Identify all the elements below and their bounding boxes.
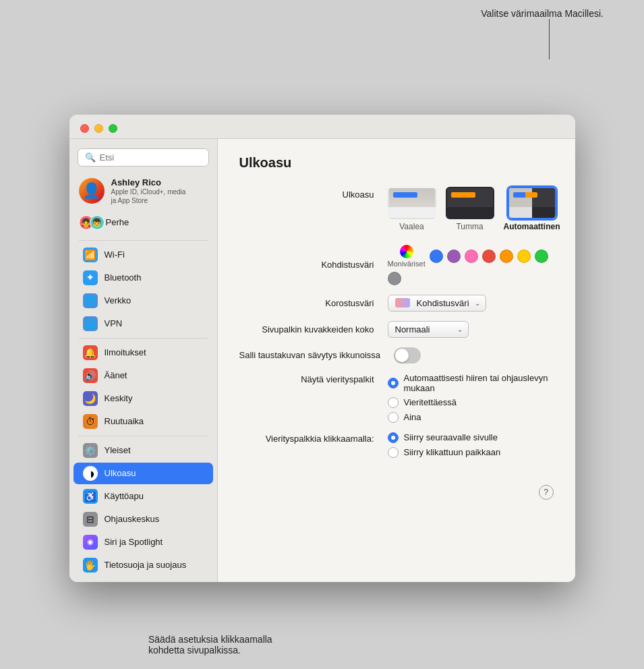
panel-title: Ulkoasu bbox=[239, 155, 554, 171]
sidebar-item-network[interactable]: 🌐 Verkko bbox=[74, 290, 213, 312]
accent-dot-blue[interactable] bbox=[430, 250, 443, 263]
bluetooth-icon: ✦ bbox=[83, 270, 98, 285]
family-label: Perhe bbox=[106, 217, 129, 227]
click-section: Vierityspalkkia klikkaamalla: Siirry seu… bbox=[239, 432, 554, 458]
search-box[interactable]: 🔍 bbox=[78, 148, 209, 167]
screentime-icon: ⏱ bbox=[83, 414, 98, 429]
sidebar-item-privacy[interactable]: 🖐 Tietosuoja ja suojaus bbox=[74, 554, 213, 576]
accent-dot-red[interactable] bbox=[482, 250, 496, 263]
sidebar-item-family[interactable]: 👧 👦 Perhe bbox=[69, 212, 217, 233]
focus-icon: 🌙 bbox=[83, 391, 98, 406]
radio-scrolling bbox=[388, 397, 399, 408]
wallpaper-tinting-label: Salli taustakuvan sävytys ikkunoissa bbox=[239, 350, 381, 360]
main-window: 🔍 👤 Ashley Rico Apple ID, iCloud+, media… bbox=[69, 115, 575, 582]
search-icon: 🔍 bbox=[85, 152, 96, 163]
accent-dot-green[interactable] bbox=[535, 250, 548, 263]
click-option-next[interactable]: Siirry seuraavalle sivulle bbox=[388, 432, 554, 443]
appearance-row: Ulkoasu Vaalea Tumma Automaa bbox=[239, 187, 554, 231]
sidebar-icon-size-dropdown[interactable]: Normaali ⌄ bbox=[388, 321, 469, 338]
sidebar-icon-size-label: Sivupalkin kuvakkeiden koko bbox=[239, 324, 374, 334]
appearance-option-light[interactable]: Vaalea bbox=[388, 187, 436, 231]
accent-dot-purple[interactable] bbox=[447, 250, 461, 263]
sidebar-item-control[interactable]: ⊟ Ohjauskeskus bbox=[74, 508, 213, 530]
accent-dot-graphite[interactable] bbox=[388, 272, 401, 285]
sidebar-item-appearance[interactable]: ◑ Ulkoasu bbox=[74, 463, 213, 484]
scrollbars-option-always[interactable]: Aina bbox=[388, 412, 554, 423]
user-sub: Apple ID, iCloud+, media ja App Store bbox=[111, 187, 186, 205]
click-option-spot[interactable]: Siirry klikattuun paikkaan bbox=[388, 447, 554, 458]
dropdown-arrow-icon: ⌄ bbox=[475, 299, 480, 307]
sidebar-item-general[interactable]: ⚙️ Yleiset bbox=[74, 440, 213, 461]
sidebar-item-accessibility[interactable]: ♿ Käyttöapu bbox=[74, 486, 213, 507]
appearance-thumb-light bbox=[388, 187, 436, 219]
wifi-icon: 📶 bbox=[83, 248, 98, 262]
radio-auto bbox=[388, 378, 399, 388]
scrollbars-section: Näytä vierityspalkit Automaattisesti hii… bbox=[239, 373, 554, 423]
annotation-bottom: Säädä asetuksia klikkaamalla kohdetta si… bbox=[148, 634, 272, 656]
click-radio-group: Siirry seuraavalle sivulle Siirry klikat… bbox=[388, 432, 554, 458]
accent-label: Kohdistusväri bbox=[239, 260, 374, 270]
control-icon: ⊟ bbox=[83, 512, 98, 527]
accent-color-row: Kohdistusväri Moniväriset bbox=[239, 245, 554, 285]
radio-always bbox=[388, 412, 399, 423]
annotation-top: Valitse värimaailma Macillesi. bbox=[481, 8, 604, 19]
accent-dot-orange[interactable] bbox=[500, 250, 513, 263]
sidebar-item-focus[interactable]: 🌙 Keskity bbox=[74, 388, 213, 409]
radio-next bbox=[388, 432, 399, 443]
radio-spot bbox=[388, 447, 399, 458]
scrollbars-label: Näytä vierityspalkit bbox=[239, 373, 374, 384]
sidebar-icon-size-row: Sivupalkin kuvakkeiden koko Normaali ⌄ bbox=[239, 321, 554, 338]
user-section[interactable]: 👤 Ashley Rico Apple ID, iCloud+, media j… bbox=[69, 173, 217, 209]
scrollbars-option-scrolling[interactable]: Vieritettäessä bbox=[388, 397, 554, 408]
avatar: 👤 bbox=[79, 178, 105, 204]
click-label: Vierityspalkkia klikkaamalla: bbox=[239, 432, 374, 444]
user-name: Ashley Rico bbox=[111, 177, 186, 187]
sidebar-item-sound[interactable]: 🔊 Äänet bbox=[74, 365, 213, 386]
search-input[interactable] bbox=[100, 152, 202, 163]
appearance-thumb-dark bbox=[446, 187, 494, 219]
sound-icon: 🔊 bbox=[83, 368, 98, 383]
network-icon: 🌐 bbox=[83, 293, 98, 308]
divider-1 bbox=[79, 240, 208, 241]
highlight-label: Korostusväri bbox=[239, 298, 374, 308]
divider-2 bbox=[79, 338, 208, 339]
appearance-option-auto[interactable]: Automaattinen bbox=[504, 187, 560, 231]
accent-dot-multicolor[interactable] bbox=[400, 245, 413, 258]
titlebar bbox=[69, 115, 575, 139]
sidebar: 🔍 👤 Ashley Rico Apple ID, iCloud+, media… bbox=[69, 139, 218, 582]
help-button[interactable]: ? bbox=[539, 485, 554, 500]
dropdown-arrow-size-icon: ⌄ bbox=[457, 326, 463, 333]
general-icon: ⚙️ bbox=[83, 443, 98, 458]
family-avatar-2: 👦 bbox=[90, 215, 105, 230]
appearance-label-dark: Tumma bbox=[456, 222, 483, 231]
highlight-color-preview bbox=[395, 298, 410, 308]
privacy-icon: 🖐 bbox=[83, 558, 98, 573]
highlight-color-row: Korostusväri Kohdistusväri ⌄ bbox=[239, 295, 554, 312]
main-panel: Ulkoasu Ulkoasu Vaalea Tumma bbox=[218, 139, 575, 582]
maximize-button[interactable] bbox=[109, 124, 117, 133]
highlight-dropdown[interactable]: Kohdistusväri ⌄ bbox=[388, 295, 486, 312]
appearance-label-auto: Automaattinen bbox=[504, 222, 560, 231]
appearance-icon: ◑ bbox=[83, 466, 98, 481]
scrollbars-option-auto[interactable]: Automaattisesti hiiren tai ohjauslevyn m… bbox=[388, 373, 554, 393]
appearance-option-dark[interactable]: Tumma bbox=[446, 187, 494, 231]
close-button[interactable] bbox=[80, 124, 89, 133]
accent-dot-yellow[interactable] bbox=[517, 250, 531, 263]
sidebar-item-wifi[interactable]: 📶 Wi-Fi bbox=[74, 244, 213, 266]
sidebar-item-siri[interactable]: ◉ Siri ja Spotlight bbox=[74, 531, 213, 553]
sidebar-item-screentime[interactable]: ⏱ Ruutuaika bbox=[74, 411, 213, 432]
vpn-icon: 🌐 bbox=[83, 316, 98, 331]
sidebar-item-notifications[interactable]: 🔔 Ilmoitukset bbox=[74, 342, 213, 363]
wallpaper-tinting-toggle[interactable] bbox=[394, 347, 421, 363]
sidebar-item-vpn[interactable]: 🌐 VPN bbox=[74, 313, 213, 334]
appearance-label-light: Vaalea bbox=[399, 222, 423, 231]
accent-dot-pink[interactable] bbox=[465, 250, 478, 263]
multicolor-label: Moniväriset bbox=[388, 260, 426, 268]
appearance-thumb-auto bbox=[508, 187, 556, 219]
sidebar-item-bluetooth[interactable]: ✦ Bluetooth bbox=[74, 267, 213, 289]
scrollbars-radio-group: Automaattisesti hiiren tai ohjauslevyn m… bbox=[388, 373, 554, 423]
minimize-button[interactable] bbox=[94, 124, 103, 133]
appearance-options: Vaalea Tumma Automaattinen bbox=[388, 187, 560, 231]
divider-3 bbox=[79, 436, 208, 436]
content-area: 🔍 👤 Ashley Rico Apple ID, iCloud+, media… bbox=[69, 139, 575, 582]
